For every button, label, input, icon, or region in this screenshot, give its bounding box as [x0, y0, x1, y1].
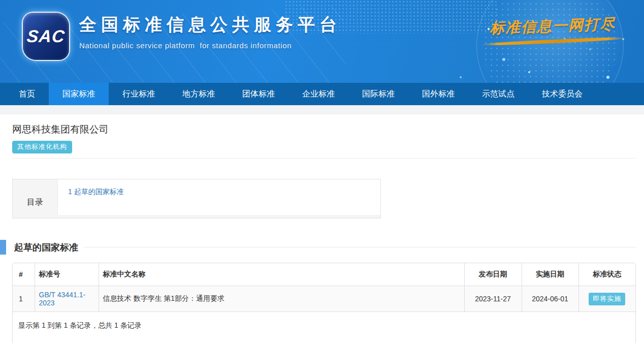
nav-content-gap	[0, 105, 644, 114]
nav-item-industry-standards[interactable]: 行业标准	[109, 83, 169, 105]
standard-code-link[interactable]: GB/T 43441.1-2023	[39, 291, 86, 307]
organization-separator	[12, 158, 636, 159]
section-title: 起草的国家标准	[14, 241, 78, 254]
table-row: 1 GB/T 43441.1-2023 信息技术 数字孪生 第1部分：通用要求 …	[13, 286, 635, 312]
slogan-block: 标准信息一网打尽	[476, 16, 629, 43]
sac-logo[interactable]: SAC	[23, 13, 69, 60]
nav-item-local-standards[interactable]: 地方标准	[169, 83, 229, 105]
column-header-standard-code: 标准号	[35, 263, 99, 286]
cell-status: 即将实施	[578, 286, 635, 312]
standards-table-container: # 标准号 标准中文名称 发布日期 实施日期 标准状态 1 GB/T 43441…	[12, 263, 636, 343]
nav-item-home[interactable]: 首页	[5, 83, 49, 105]
site-title: 全国标准信息公共服务平台	[79, 13, 341, 37]
column-header-standard-name: 标准中文名称	[99, 263, 464, 286]
organization-name: 网思科技集团有限公司	[12, 123, 636, 136]
cell-index: 1	[13, 286, 35, 312]
table-header-row: # 标准号 标准中文名称 发布日期 实施日期 标准状态	[13, 263, 635, 286]
cell-standard-code: GB/T 43441.1-2023	[35, 286, 99, 312]
column-header-publish-date: 发布日期	[464, 263, 522, 286]
site-header: SAC 全国标准信息公共服务平台 National public service…	[0, 0, 644, 83]
standards-table: # 标准号 标准中文名称 发布日期 实施日期 标准状态 1 GB/T 43441…	[13, 263, 635, 312]
cell-publish-date: 2023-11-27	[464, 286, 522, 312]
nav-item-foreign-standards[interactable]: 国外标准	[408, 83, 468, 105]
nav-item-enterprise-standards[interactable]: 企业标准	[288, 83, 348, 105]
catalog-body: 1 起草的国家标准	[57, 179, 380, 215]
catalog-link-drafted-standards[interactable]: 1 起草的国家标准	[68, 188, 124, 196]
organization-block: 网思科技集团有限公司 其他标准化机构	[0, 114, 644, 153]
catalog-box: 目录 1 起草的国家标准	[12, 179, 381, 219]
cell-standard-name: 信息技术 数字孪生 第1部分：通用要求	[99, 286, 464, 312]
section-header: 起草的国家标准	[0, 240, 644, 255]
nav-item-national-standards[interactable]: 国家标准	[49, 83, 109, 105]
nav-item-group-standards[interactable]: 团体标准	[229, 83, 288, 105]
cell-implementation-date: 2024-06-01	[522, 286, 578, 312]
column-header-index: #	[13, 263, 35, 286]
sac-logo-text: SAC	[26, 26, 66, 46]
status-badge: 即将实施	[589, 293, 625, 305]
nav-item-pilot-demonstration[interactable]: 示范试点	[468, 83, 528, 105]
column-header-status: 标准状态	[578, 263, 635, 286]
column-header-implementation-date: 实施日期	[522, 263, 578, 286]
section-accent-bar	[0, 240, 6, 255]
nav-item-technical-committee[interactable]: 技术委员会	[528, 83, 596, 105]
catalog-label: 目录	[13, 179, 57, 218]
site-title-block: 全国标准信息公共服务平台 National public service pla…	[79, 13, 341, 50]
organization-type-badge: 其他标准化机构	[12, 141, 72, 153]
page: SAC 全国标准信息公共服务平台 National public service…	[0, 0, 644, 343]
section-rule	[84, 247, 636, 247]
site-subtitle: National public service platform for sta…	[79, 41, 341, 50]
main-nav: 首页 国家标准 行业标准 地方标准 团体标准 企业标准 国际标准 国外标准 示范…	[0, 83, 644, 105]
nav-item-international-standards[interactable]: 国际标准	[348, 83, 408, 105]
slogan-text: 标准信息一网打尽	[489, 14, 616, 39]
table-record-summary: 显示第 1 到第 1 条记录，总共 1 条记录	[13, 312, 635, 343]
